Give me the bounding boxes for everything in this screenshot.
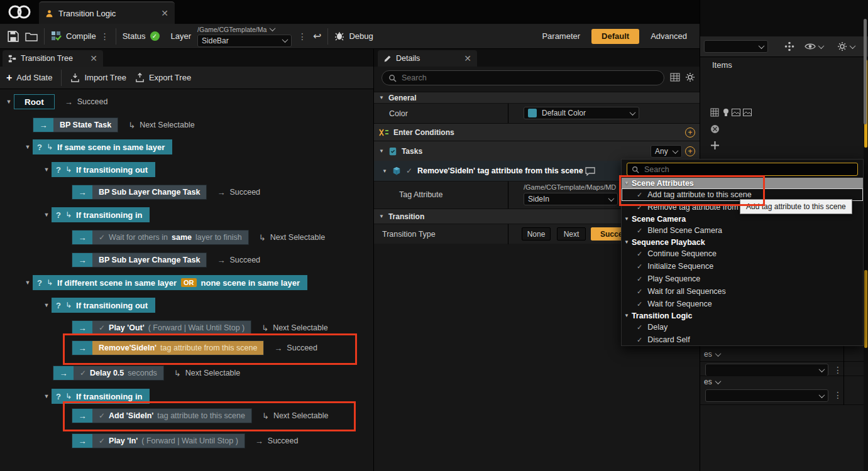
condition-label: If transitioning in	[76, 210, 142, 220]
right-panel-dropdown[interactable]	[704, 40, 768, 53]
save-button[interactable]	[8, 31, 19, 42]
tree-row-condition[interactable]: ▼ ?↳If transitioning out	[41, 298, 155, 313]
tab-transition-tree[interactable]: Transition Tree ✕	[3, 50, 103, 67]
snap-grid-icon[interactable]	[784, 41, 794, 51]
menu-category-transition-logic[interactable]: ▼Transition Logic	[622, 310, 863, 321]
item-grid-icon[interactable]	[710, 108, 719, 117]
tree-row-task[interactable]: → ✓Add 'SideIn' tag attribute to this sc…	[72, 408, 328, 423]
menu-item-initialize-sequence[interactable]: ✓Initialize Sequence	[622, 260, 863, 273]
debug-button[interactable]: Debug	[334, 31, 373, 41]
document-tab-transition-logic[interactable]: Transition Logic ✕	[39, 1, 175, 24]
tree-row-task[interactable]: → BP Sub Layer Change Task →Succeed	[72, 252, 260, 268]
section-general-label: General	[388, 94, 417, 102]
tree-row-root[interactable]: ▼ Root →Succeed	[4, 94, 107, 109]
right-panel-property-dropdown[interactable]	[705, 389, 828, 402]
item-bulb-icon[interactable]	[722, 108, 730, 117]
advanced-button[interactable]: Advanced	[651, 31, 687, 41]
scrollbar-thumb[interactable]	[864, 270, 867, 348]
menu-search[interactable]	[627, 163, 858, 176]
section-enter-conditions[interactable]: Enter Conditions +	[374, 123, 700, 141]
transition-option-next[interactable]: Next	[557, 227, 586, 241]
menu-item-delay[interactable]: ✓Delay	[622, 321, 863, 333]
default-button[interactable]: Default	[591, 29, 639, 44]
parameter-label: Parameter	[542, 31, 580, 41]
collapse-arrow-icon[interactable]: ▼	[41, 302, 52, 308]
tree-row-condition[interactable]: ▼ ?↳If different scene in same layerORno…	[23, 275, 307, 290]
tab-details[interactable]: Details ✕	[378, 50, 477, 67]
menu-category-scene-camera[interactable]: ▼Scene Camera	[622, 214, 863, 224]
item-image-icon[interactable]	[732, 109, 740, 116]
layer-value-dropdown[interactable]: SideBar	[197, 35, 292, 47]
tree-row-task[interactable]: → ✓Play 'Out' ( Forward | Wait Until Sto…	[72, 320, 328, 335]
tree-row-condition[interactable]: ▼ ?↳If same scene in same layer	[23, 139, 172, 154]
collapse-arrow-icon: ▼	[379, 148, 384, 154]
tree-row-task-selected[interactable]: → Remove'SideIn' tag attribute from this…	[72, 340, 317, 355]
tree-row-task[interactable]: → ✓Wait for others in same layer to fini…	[72, 230, 325, 245]
export-tree-button[interactable]: Export Tree	[135, 73, 191, 82]
layer-path-dropdown[interactable]: /Game/CGTemplate/Ma	[197, 26, 292, 33]
move-icon[interactable]	[710, 141, 720, 150]
menu-scrollbar-thumb[interactable]	[864, 19, 867, 124]
condition-question-mark: ?	[56, 301, 61, 310]
section-tasks[interactable]: ▼ Tasks Any +	[374, 141, 700, 161]
add-state-button[interactable]: + Add State	[6, 72, 52, 84]
row-options-icon[interactable]: ⋮	[833, 391, 842, 399]
tag-attribute-dropdown[interactable]: SideIn	[524, 193, 618, 205]
add-condition-icon[interactable]: +	[685, 127, 695, 138]
tab-close-icon[interactable]: ✕	[464, 54, 471, 63]
tree-row-condition[interactable]: ▼ ?↳If transitioning in	[41, 389, 150, 404]
tree-row-condition[interactable]: ▼ ?↳If transitioning out	[41, 162, 155, 177]
menu-search-input[interactable]	[643, 165, 853, 175]
tree-row-task[interactable]: → ✓Play 'In' ( Forward | Wait Until Stop…	[72, 433, 298, 448]
condition-question-mark: ?	[56, 210, 61, 220]
undo-icon[interactable]: ↩	[313, 30, 321, 42]
menu-item-blend-scene-camera[interactable]: ✓Blend Scene Camera	[622, 224, 863, 237]
collapse-arrow-icon[interactable]: ▼	[41, 212, 52, 218]
collapse-arrow-icon[interactable]: ▼	[4, 99, 14, 105]
right-panel-collapsed-row[interactable]: es	[704, 350, 720, 359]
visibility-dropdown[interactable]	[805, 43, 823, 50]
collapse-arrow-icon[interactable]: ▼	[41, 166, 52, 173]
color-swatch	[528, 109, 537, 117]
compile-button[interactable]: Compile ⋮	[51, 31, 109, 41]
row-options-icon[interactable]: ⋮	[833, 365, 842, 374]
import-tree-button[interactable]: Import Tree	[70, 73, 126, 82]
tree-row-task[interactable]: → BP Sub Layer Change Task →Succeed	[72, 185, 260, 200]
menu-item-continue-sequence[interactable]: ✓Continue Sequence	[622, 247, 863, 260]
tasks-any-dropdown[interactable]: Any	[651, 145, 682, 158]
collapse-arrow-icon[interactable]: ▼	[23, 144, 33, 150]
browse-button[interactable]	[25, 31, 38, 41]
settings-dropdown[interactable]	[837, 41, 855, 51]
blocked-icon[interactable]	[710, 124, 720, 134]
tab-close-icon[interactable]: ✕	[161, 9, 168, 18]
menu-item-wait-for-all-sequences[interactable]: ✓Wait for all Sequences	[622, 285, 863, 298]
menu-category-sequence-playback[interactable]: ▼Sequence Playback	[622, 237, 863, 247]
menu-item-wait-for-sequence[interactable]: ✓Wait for Sequence	[622, 298, 863, 310]
transition-option-none[interactable]: None	[522, 227, 551, 241]
add-task-icon[interactable]: +	[685, 146, 695, 156]
section-general[interactable]: ▼ General	[374, 92, 700, 103]
tree-row-task[interactable]: → ✓Delay 0.5 seconds ↳Next Selectable	[53, 365, 240, 381]
layer-options-icon[interactable]: ⋮	[298, 32, 307, 41]
tree-row-task[interactable]: → BP State Task ↳Next Selectable	[33, 117, 195, 133]
color-dropdown[interactable]: Default Color	[524, 107, 639, 119]
details-search-input[interactable]	[400, 73, 657, 83]
tree-row-condition[interactable]: ▼ ?↳If transitioning in	[41, 207, 150, 222]
details-search[interactable]	[382, 70, 664, 85]
right-panel-property-dropdown[interactable]	[705, 364, 828, 376]
menu-item-play-sequence[interactable]: ✓Play Sequence	[622, 273, 863, 285]
menu-item-discard-self[interactable]: ✓Discard Self	[622, 333, 863, 346]
right-panel-collapsed-row[interactable]: es	[704, 377, 720, 386]
node-label: BP State Task	[60, 121, 111, 129]
collapse-arrow-icon[interactable]: ▼	[23, 279, 33, 286]
collapse-arrow-icon[interactable]: ▼	[41, 393, 52, 399]
details-settings-gear-icon[interactable]	[685, 72, 695, 82]
root-state-node[interactable]: Root	[14, 94, 55, 109]
compile-options-icon[interactable]: ⋮	[101, 32, 109, 41]
comment-bubble-icon[interactable]	[585, 167, 595, 176]
node-label: ( Forward | Wait Until Stop )	[141, 436, 238, 445]
item-image-icon[interactable]	[743, 109, 752, 116]
tab-close-icon[interactable]: ✕	[90, 54, 97, 63]
menu-category-scene-attributes[interactable]: ▼Scene Attributes	[622, 178, 863, 188]
property-matrix-icon[interactable]	[670, 73, 680, 82]
